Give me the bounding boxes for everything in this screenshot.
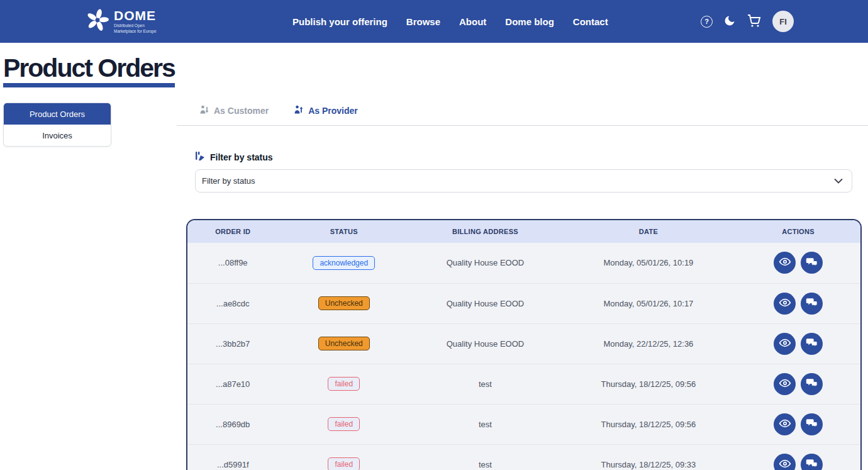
eye-icon <box>779 255 791 270</box>
role-tabs: As Customer As Provider <box>177 87 868 126</box>
eye-icon <box>779 377 791 391</box>
order-row: ...d5991f failed test Thursday, 18/12/25… <box>187 444 860 470</box>
tab-label: As Provider <box>308 106 358 116</box>
order-id-cell: ...3bb2b7 <box>187 323 278 364</box>
view-order-button[interactable] <box>774 454 796 470</box>
help-icon[interactable]: ? <box>701 16 713 28</box>
nav-browse[interactable]: Browse <box>406 16 440 27</box>
eye-icon <box>779 296 791 311</box>
dome-logo[interactable]: DOME Distributed Open Marketplace for Eu… <box>86 9 163 34</box>
order-messages-button[interactable] <box>801 252 823 274</box>
view-order-button[interactable] <box>774 293 796 315</box>
header-status: STATUS <box>278 220 409 243</box>
main-panel: As Customer As Provider <box>177 87 868 470</box>
date-cell: Thursday, 18/12/25, 09:56 <box>561 364 736 404</box>
order-messages-button[interactable] <box>801 413 823 435</box>
eye-icon <box>779 417 791 432</box>
top-navbar: DOME Distributed Open Marketplace for Eu… <box>0 0 868 43</box>
status-cell: failed <box>278 404 409 444</box>
status-badge: acknowledged <box>313 256 375 270</box>
order-id-cell: ...08ff9e <box>187 243 278 283</box>
actions-cell <box>736 243 860 283</box>
actions-cell <box>736 283 860 323</box>
table-header-row: ORDER ID STATUS BILLING ADDRESS DATE ACT… <box>187 220 860 243</box>
cart-button[interactable] <box>747 13 762 30</box>
nav-publish-your-offering[interactable]: Publish your offering <box>292 16 387 27</box>
page-title: Product Orders <box>3 55 175 87</box>
filter-by-status-label: Filter by status <box>195 151 852 163</box>
order-row: ...8969db failed test Thursday, 18/12/25… <box>187 404 860 444</box>
status-cell: Unchecked <box>278 323 409 364</box>
billing-address-cell: test <box>409 364 561 404</box>
chat-bubbles-icon <box>806 377 818 391</box>
main-navigation: Publish your offering Browse About Dome … <box>292 16 608 27</box>
order-messages-button[interactable] <box>801 293 823 315</box>
view-order-button[interactable] <box>774 333 796 355</box>
dome-star-icon <box>86 9 109 34</box>
order-id-cell: ...a87e10 <box>187 364 278 404</box>
order-messages-button[interactable] <box>801 333 823 355</box>
person-arrow-up-icon <box>294 105 304 116</box>
header-actions: ACTIONS <box>736 220 860 243</box>
billing-address-cell: Quality House EOOD <box>409 283 561 323</box>
billing-address-cell: Quality House EOOD <box>409 243 561 283</box>
chat-bubbles-icon <box>806 457 818 470</box>
status-cell: Unchecked <box>278 283 409 323</box>
billing-address-cell: test <box>409 404 561 444</box>
chevron-down-icon <box>834 176 843 186</box>
view-order-button[interactable] <box>774 252 796 274</box>
status-badge: Unchecked <box>318 337 370 350</box>
date-cell: Thursday, 18/12/25, 09:56 <box>561 404 736 444</box>
status-filter-placeholder: Filter by status <box>202 176 255 186</box>
sidebar-item-product-orders[interactable]: Product Orders <box>4 103 111 125</box>
billing-address-cell: test <box>409 444 561 470</box>
header-order-id: ORDER ID <box>187 220 278 243</box>
tab-as-customer[interactable]: As Customer <box>200 105 269 116</box>
chat-bubbles-icon <box>806 256 818 270</box>
order-row: ...a87e10 failed test Thursday, 18/12/25… <box>187 364 860 404</box>
actions-cell <box>736 404 860 444</box>
order-id-cell: ...ae8cdc <box>187 283 278 323</box>
order-messages-button[interactable] <box>801 454 823 470</box>
view-order-button[interactable] <box>774 413 796 435</box>
brand-name: DOME <box>114 9 163 22</box>
status-badge: failed <box>328 457 360 470</box>
order-id-cell: ...d5991f <box>187 444 278 470</box>
tab-as-provider[interactable]: As Provider <box>294 105 358 116</box>
order-row: ...08ff9e acknowledged Quality House EOO… <box>187 243 860 283</box>
tab-label: As Customer <box>214 106 269 116</box>
nav-about[interactable]: About <box>459 16 486 27</box>
status-badge: failed <box>328 377 360 391</box>
chat-bubbles-icon <box>806 417 818 431</box>
status-cell: acknowledged <box>278 243 409 283</box>
actions-cell <box>736 323 860 364</box>
date-cell: Monday, 05/01/26, 10:19 <box>561 243 736 283</box>
status-badge: failed <box>328 417 360 431</box>
status-filter-dropdown[interactable]: Filter by status <box>195 169 852 193</box>
moon-icon <box>723 14 736 29</box>
status-cell: failed <box>278 364 409 404</box>
chat-bubbles-icon <box>806 337 818 350</box>
actions-cell <box>736 444 860 470</box>
orders-table: ORDER ID STATUS BILLING ADDRESS DATE ACT… <box>187 220 860 470</box>
status-cell: failed <box>278 444 409 470</box>
filter-icon <box>195 151 205 163</box>
dark-mode-toggle[interactable] <box>723 14 736 29</box>
order-row: ...ae8cdc Unchecked Quality House EOOD M… <box>187 283 860 323</box>
cart-icon <box>747 13 762 30</box>
sidebar: Product Orders Invoices <box>3 103 111 147</box>
user-avatar[interactable]: FI <box>772 11 794 32</box>
header-billing-address: BILLING ADDRESS <box>409 220 561 243</box>
status-badge: Unchecked <box>318 296 370 310</box>
chat-bubbles-icon <box>806 296 818 310</box>
eye-icon <box>779 337 791 351</box>
header-date: DATE <box>561 220 736 243</box>
order-messages-button[interactable] <box>801 373 823 395</box>
sidebar-item-invoices[interactable]: Invoices <box>4 125 111 146</box>
actions-cell <box>736 364 860 404</box>
nav-contact[interactable]: Contact <box>573 16 608 27</box>
view-order-button[interactable] <box>774 373 796 395</box>
order-row: ...3bb2b7 Unchecked Quality House EOOD M… <box>187 323 860 364</box>
date-cell: Monday, 22/12/25, 12:36 <box>561 323 736 364</box>
nav-dome-blog[interactable]: Dome blog <box>505 16 554 27</box>
